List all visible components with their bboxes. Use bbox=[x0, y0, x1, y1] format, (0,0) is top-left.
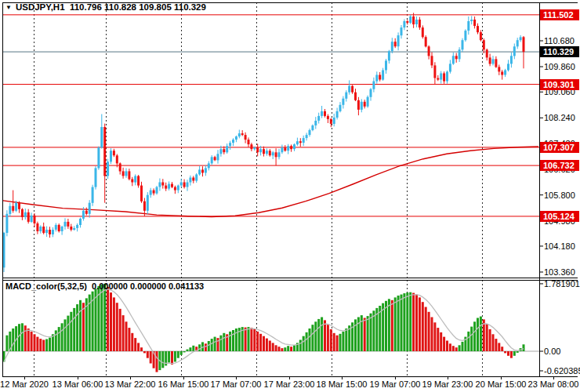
macd-name: MACD_color(5,32,5) bbox=[5, 281, 87, 291]
price-axis-label: 110.680 bbox=[544, 36, 580, 45]
macd-signal-line bbox=[4, 289, 524, 364]
current-price-badge: 110.329 bbox=[540, 46, 579, 57]
macd-indicator-label: MACD_color(5,32,5) 0.000000 0.000000 0.0… bbox=[5, 281, 204, 291]
price-axis-label: 104.180 bbox=[544, 241, 580, 251]
time-axis-label: 20 Mar 15:00 bbox=[476, 379, 527, 389]
trading-chart-window: ▼USDJPY,H1 110.796 110.828 109.805 110.3… bbox=[0, 0, 580, 392]
price-level-badge: 107.307 bbox=[540, 142, 579, 153]
moving-average-line bbox=[3, 147, 538, 217]
price-level-badge: 111.502 bbox=[540, 9, 579, 20]
chart-title: ▼USDJPY,H1 110.796 110.828 109.805 110.3… bbox=[5, 2, 206, 12]
macd-axis-label: -0.620385 bbox=[544, 366, 580, 376]
time-axis-label: 18 Mar 15:00 bbox=[317, 379, 368, 389]
symbol-menu-marker-icon[interactable]: ▼ bbox=[5, 4, 12, 11]
chart-canvas[interactable] bbox=[0, 0, 580, 392]
time-axis-label: 13 Mar 06:00 bbox=[53, 379, 103, 389]
macd-values: 0.000000 0.000000 0.041133 bbox=[92, 281, 204, 291]
macd-axis-label: 1.781901 bbox=[544, 279, 580, 289]
price-axis-label: 108.240 bbox=[544, 113, 580, 122]
time-axis-label: 13 Mar 22:00 bbox=[105, 379, 156, 389]
price-axis-label: 103.360 bbox=[544, 267, 580, 277]
macd-histogram bbox=[3, 284, 525, 372]
price-axis-label: 109.860 bbox=[544, 62, 580, 71]
price-level-badge: 105.124 bbox=[540, 211, 579, 222]
time-axis-label: 19 Mar 23:00 bbox=[422, 379, 473, 389]
time-axis-label: 12 Mar 2020 bbox=[0, 379, 49, 389]
macd-axis-label: 0.00 bbox=[544, 347, 580, 356]
time-axis-label: 17 Mar 23:00 bbox=[264, 379, 315, 389]
time-axis-label: 23 Mar 08:00 bbox=[528, 379, 579, 389]
ohlc-readout: 110.796 110.828 109.805 110.329 bbox=[70, 2, 206, 12]
symbol-period-label: USDJPY,H1 bbox=[16, 2, 65, 12]
time-axis-label: 17 Mar 07:00 bbox=[211, 379, 262, 389]
price-level-badge: 106.732 bbox=[540, 160, 579, 171]
price-level-badge: 109.301 bbox=[540, 79, 579, 90]
time-axis-label: 16 Mar 15:00 bbox=[158, 379, 209, 389]
time-axis-label: 19 Mar 07:00 bbox=[370, 379, 421, 389]
price-axis-label: 105.800 bbox=[544, 191, 580, 200]
